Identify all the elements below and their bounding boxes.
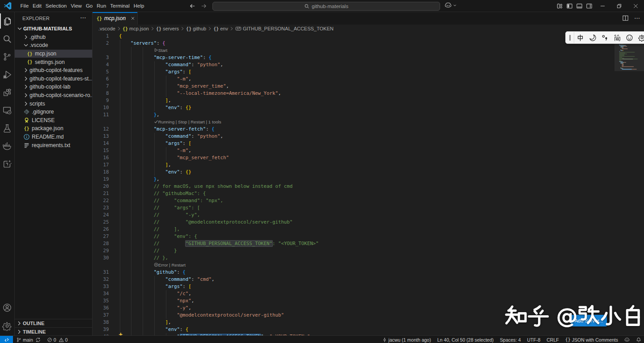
activitybar-source-control[interactable] [0, 48, 14, 66]
text-file-icon [23, 142, 30, 148]
minimize-button[interactable] [594, 0, 611, 12]
activitybar-explorer[interactable] [0, 12, 14, 30]
status-encoding[interactable]: UTF-8 [527, 337, 541, 343]
chevron-down-icon[interactable] [453, 3, 457, 8]
gutter-sparkle-icon[interactable] [118, 332, 123, 335]
code-line-22: 22// "command": "npx", [93, 197, 641, 204]
close-button[interactable] [627, 0, 644, 12]
tree-item-label: github-copilot-scenario-ro... [30, 92, 93, 98]
tree-item-requirements-txt[interactable]: requirements.txt [15, 141, 93, 149]
menu-go[interactable]: Go [84, 0, 94, 12]
line-number: 11 [93, 111, 109, 119]
tree-root[interactable]: GITHUB-MATERIALS [15, 25, 93, 33]
line-number: 36 [93, 305, 109, 312]
problems-indicator[interactable]: 0 0 [47, 337, 68, 343]
code-editor[interactable]: 1{2"servers": {Start3"mcp-server-time": … [93, 33, 641, 335]
command-center-search[interactable]: github-materials [212, 2, 440, 11]
breadcrumb-item[interactable]: {}github [186, 26, 206, 31]
line-number: 8 [93, 90, 109, 97]
activitybar-remote-explorer[interactable] [0, 102, 14, 119]
menu-file[interactable]: File [18, 0, 31, 12]
code-line-29: 29// } [93, 247, 641, 254]
status-eol[interactable]: CRLF [547, 337, 559, 343]
tree-item-label: .vscode [30, 42, 48, 48]
code-line-3: 3"mcp-server-time": { [93, 54, 641, 61]
chinese-mode-icon[interactable] [574, 31, 587, 44]
breadcrumb-item[interactable]: .vscode [98, 26, 115, 31]
tree-item-settings-json[interactable]: {}settings.json [15, 58, 93, 66]
tree-item--vscode[interactable]: .vscode [15, 41, 93, 50]
tree-item-label: .github [30, 34, 46, 40]
breadcrumb-item[interactable]: {}env [213, 26, 228, 31]
timeline-section[interactable]: TIMELINE [15, 327, 93, 335]
code-line-1: 1{ [93, 33, 641, 40]
half-full-width-icon[interactable] [587, 31, 599, 44]
codelens-error[interactable]: Error | Restart [93, 262, 641, 269]
code-line-24: 24// "-y", [93, 212, 641, 219]
menu-help[interactable]: Help [131, 0, 146, 12]
toggle-primary-sidebar-icon[interactable] [566, 3, 573, 9]
code-line-4: 4"command": "python", [93, 61, 641, 68]
back-arrow-icon[interactable] [189, 3, 196, 9]
activitybar-account[interactable] [0, 299, 14, 317]
remote-indicator[interactable] [0, 336, 13, 343]
forward-arrow-icon[interactable] [200, 3, 207, 9]
tab-bar: {} mcp.json ⋯ [93, 12, 644, 25]
menu-bar: FileEditSelectionViewGoRunTerminalHelp [18, 0, 146, 12]
line-number: 24 [93, 212, 109, 219]
editor-more-actions[interactable]: ⋯ [634, 15, 640, 21]
punctuation-mode-icon[interactable] [599, 31, 611, 44]
activitybar-ai-tools[interactable] [0, 155, 14, 173]
codelens-check[interactable]: Running | Stop | Restart | 1 tools [93, 119, 641, 126]
breadcrumb-item[interactable]: {}servers [156, 26, 179, 31]
explorer-more-actions[interactable]: ⋯ [80, 14, 87, 21]
branch-indicator[interactable]: main [16, 337, 41, 343]
tab-mcp-json[interactable]: {} mcp.json [93, 12, 138, 25]
line-number: 16 [93, 154, 109, 161]
menu-edit[interactable]: Edit [31, 0, 44, 12]
tree-item-label: mcp.json [35, 51, 56, 57]
line-number: 10 [93, 104, 109, 111]
split-editor-icon[interactable] [622, 15, 629, 21]
code-line-5: 5"args": [ [93, 68, 641, 76]
customize-layout-icon[interactable] [556, 3, 563, 9]
code-line-19: 19}, [93, 176, 641, 183]
simplified-chinese-icon[interactable] [611, 31, 624, 44]
line-number: 30 [93, 254, 109, 262]
activitybar-settings-gear[interactable] [0, 317, 14, 335]
menu-terminal[interactable]: Terminal [108, 0, 131, 12]
status-copilot[interactable] [624, 337, 630, 343]
breadcrumb-item[interactable]: {}mcp.json [123, 26, 149, 31]
menu-selection[interactable]: Selection [43, 0, 68, 12]
status-blame[interactable]: jacwu (1 month ago) [382, 337, 431, 343]
tree-item--github[interactable]: .github [15, 33, 93, 42]
breadcrumb-item[interactable]: GITHUB_PERSONAL_ACCESS_TOKEN [235, 25, 334, 32]
status-notifications[interactable] [636, 337, 641, 343]
tree-item-label: README.md [32, 134, 64, 140]
code-line-28: 28// "GITHUB_PERSONAL_ACCESS_TOKEN": "<Y… [93, 240, 641, 247]
toggle-secondary-sidebar-icon[interactable] [586, 3, 593, 9]
status-indentation[interactable]: Spaces: 4 [500, 337, 521, 343]
menu-view[interactable]: View [69, 0, 84, 12]
code-line-16: 16"mcp_server_fetch" [93, 154, 641, 161]
activitybar-docker[interactable] [0, 137, 14, 155]
ime-grip[interactable] [566, 31, 574, 44]
status-cursor-position[interactable]: Ln 40, Col 50 (28 selected) [437, 337, 494, 343]
emoji-picker-icon[interactable] [623, 31, 636, 44]
ime-settings-icon[interactable] [636, 31, 644, 44]
activitybar-search[interactable] [0, 30, 14, 48]
menu-run[interactable]: Run [95, 0, 108, 12]
tree-item-mcp-json[interactable]: {}mcp.json [15, 50, 93, 58]
toggle-panel-icon[interactable] [576, 3, 583, 9]
activitybar-run-and-debug[interactable] [0, 66, 14, 84]
activitybar-testing[interactable] [0, 119, 14, 137]
tree-item-github-copilot-features[interactable]: github-copilot-features [15, 66, 93, 75]
status-language-mode[interactable]: {}JSON with Comments [565, 337, 618, 343]
copilot-icon[interactable] [445, 2, 452, 9]
restore-button[interactable] [611, 0, 627, 12]
tab-close-icon[interactable] [130, 16, 136, 21]
activitybar-extensions[interactable] [0, 84, 14, 102]
codelens-play[interactable]: Start [93, 47, 641, 54]
outline-section[interactable]: OUTLINE [15, 319, 93, 327]
code-line-31: 31"github": { [93, 269, 641, 276]
